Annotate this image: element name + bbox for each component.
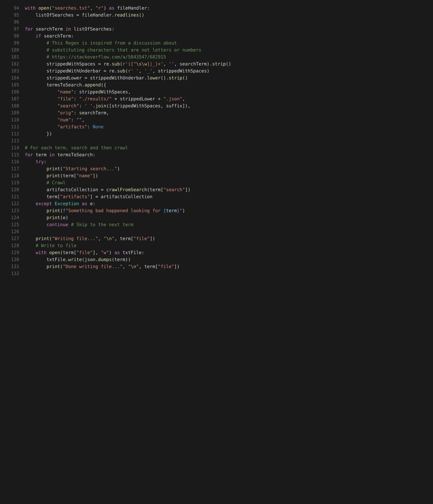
token-pl: re. [101, 61, 112, 66]
code-line[interactable]: 125 continue # Skip to the next term [5, 221, 426, 228]
code-content[interactable]: # Crawl [25, 179, 65, 186]
code-line[interactable]: 98 if searchTerm: [5, 32, 426, 39]
token-pl: : [44, 159, 46, 164]
token-cm: # https://stackoverflow.com/a/5843547/68… [46, 54, 166, 60]
code-line[interactable]: 128 # Write to file [5, 242, 426, 249]
code-content[interactable]: continue # Skip to the next term [25, 221, 133, 228]
code-content[interactable]: print(e) [25, 214, 68, 221]
code-line[interactable]: 99 # This Regex is inspired from a discu… [5, 39, 426, 46]
code-content[interactable]: listOfSearches = fileHandler.readlines() [25, 11, 144, 18]
line-number: 109 [5, 109, 25, 116]
code-content[interactable]: "artifacts": None [25, 123, 103, 130]
code-line[interactable]: 120 artifactsCollection = crawlFromSearc… [5, 186, 426, 193]
code-content[interactable]: try: [25, 158, 46, 165]
code-line[interactable]: 109 "orig": searchTerm, [5, 109, 426, 116]
token-str: "" [76, 117, 82, 122]
code-content[interactable]: "name": strippedWithSpaces, [25, 88, 131, 95]
code-line[interactable]: 119 # Crawl [5, 179, 426, 186]
code-line[interactable]: 132 [5, 270, 426, 277]
token-pl: txtFile. [46, 257, 68, 262]
code-content[interactable]: print(term["name"]) [25, 172, 98, 179]
token-pl: : [71, 117, 76, 122]
code-content[interactable]: artifactsCollection = crawlFromSearch(te… [25, 186, 190, 193]
code-line[interactable]: 110 "num": "", [5, 116, 426, 123]
code-content[interactable]: # https://stackoverflow.com/a/5843547/68… [25, 54, 166, 60]
code-line[interactable]: 114# For each term, search and then craw… [5, 144, 426, 151]
token-str: " [112, 236, 114, 241]
line-number: 119 [5, 179, 25, 186]
code-content[interactable]: strippedWithSpaces = re.sub(r'([^\s\w]|_… [25, 60, 231, 67]
code-line[interactable]: 97for searchTerm in listOfSearches: [5, 26, 426, 32]
code-line[interactable]: 126 [5, 228, 426, 235]
code-content[interactable]: print("Writing file...", "\n", term["fil… [25, 235, 155, 242]
code-line[interactable]: 118 print(term["name"]) [5, 172, 426, 179]
code-line[interactable]: 94with open("searches.txt", "r") as file… [5, 5, 426, 11]
code-content[interactable]: for term in termsToSearch: [25, 151, 95, 158]
code-line[interactable]: 103 strippedWithUnderbar = re.sub(r' ', … [5, 67, 426, 74]
code-line[interactable]: 102 strippedWithSpaces = re.sub(r'([^\s\… [5, 60, 426, 67]
code-line[interactable]: 107 "file": "./results/" + strippedLower… [5, 95, 426, 102]
token-pl: ], [93, 250, 101, 255]
code-content[interactable]: }) [25, 130, 52, 137]
token-pl: , [139, 68, 144, 73]
code-content[interactable]: "orig": searchTerm, [25, 109, 109, 116]
code-content[interactable]: term["artifacts"] = artifactsCollection [25, 193, 152, 200]
token-pl: ( [60, 208, 63, 213]
token-str: "search" [163, 187, 185, 192]
code-line[interactable]: 127 print("Writing file...", "\n", term[… [5, 235, 426, 242]
code-line[interactable]: 116 try: [5, 158, 426, 165]
token-str: '' [169, 61, 174, 66]
code-content[interactable]: with open("searches.txt", "r") as fileHa… [25, 5, 150, 11]
code-line[interactable]: 117 print("Starting search...") [5, 165, 426, 172]
code-content[interactable]: "file": "./results/" + strippedLower + "… [25, 95, 185, 102]
code-line[interactable]: 129 with open(term["file"], "w") as txtF… [5, 249, 426, 256]
code-line[interactable]: 108 "search": ' '.join([strippedWithSpac… [5, 102, 426, 109]
code-content[interactable]: strippedLower = strippedWithUnderbar.low… [25, 74, 188, 81]
token-fesc: { [163, 208, 166, 213]
code-line[interactable]: 115for term in termsToSearch: [5, 151, 426, 158]
code-line[interactable]: 124 print(e) [5, 214, 426, 221]
code-content[interactable]: with open(term["file"], "w") as txtFile: [25, 249, 144, 256]
line-number: 121 [5, 193, 25, 200]
code-content[interactable]: # For each term, search and then crawl [25, 144, 128, 151]
code-line[interactable]: 130 txtFile.write(json.dumps(term)) [5, 256, 426, 263]
code-content[interactable]: # substituting characters that are not l… [25, 46, 201, 54]
code-content[interactable]: "num": "", [25, 116, 84, 123]
code-line[interactable]: 121 term["artifacts"] = artifactsCollect… [5, 193, 426, 200]
code-content[interactable]: print("Done writing file...", "\n", term… [25, 263, 180, 270]
code-content[interactable]: print(f"Something bad happened looking f… [25, 207, 185, 214]
token-pl: ) [182, 208, 185, 213]
token-pl: , [123, 264, 128, 269]
code-line[interactable]: 111 "artifacts": None [5, 123, 426, 130]
code-line[interactable]: 122 except Exception as e: [5, 200, 426, 207]
code-content[interactable]: strippedWithUnderbar = re.sub(r' ', '_',… [25, 67, 210, 74]
code-content[interactable]: # Write to file [25, 242, 76, 249]
code-line[interactable]: 95 listOfSearches = fileHandler.readline… [5, 11, 426, 18]
token-str: '_' [144, 68, 152, 73]
code-line[interactable]: 105 termsToSearch.append({ [5, 81, 426, 88]
code-line[interactable]: 113 [5, 137, 426, 144]
code-content[interactable]: if searchTerm: [25, 32, 74, 39]
code-content[interactable]: # This Regex is inspired from a discussi… [25, 39, 177, 46]
token-str: "orig" [57, 110, 74, 115]
code-line[interactable]: 106 "name": strippedWithSpaces, [5, 88, 426, 95]
code-line[interactable]: 112 }) [5, 130, 426, 137]
token-op: = [95, 194, 98, 199]
code-content[interactable]: txtFile.write(json.dumps(term)) [25, 256, 131, 263]
code-line[interactable]: 100 # substituting characters that are n… [5, 46, 426, 54]
code-line[interactable]: 123 print(f"Something bad happened looki… [5, 207, 426, 214]
token-pl: ( [60, 166, 63, 171]
line-number: 107 [5, 95, 25, 102]
token-pl: termsToSearch. [46, 82, 84, 87]
code-editor[interactable]: 94with open("searches.txt", "r") as file… [0, 0, 433, 281]
code-content[interactable]: for searchTerm in listOfSearches: [25, 26, 114, 32]
code-content[interactable]: "search": ' '.join([strippedWithSpaces, … [25, 102, 190, 109]
code-line[interactable]: 131 print("Done writing file...", "\n", … [5, 263, 426, 270]
code-line[interactable]: 96 [5, 18, 426, 26]
code-line[interactable]: 104 strippedLower = strippedWithUnderbar… [5, 74, 426, 81]
code-content[interactable]: except Exception as e: [25, 200, 95, 207]
code-content[interactable]: termsToSearch.append({ [25, 81, 106, 88]
token-esc: \s\w [136, 61, 147, 66]
code-line[interactable]: 101 # https://stackoverflow.com/a/584354… [5, 54, 426, 60]
code-content[interactable]: print("Starting search...") [25, 165, 120, 172]
